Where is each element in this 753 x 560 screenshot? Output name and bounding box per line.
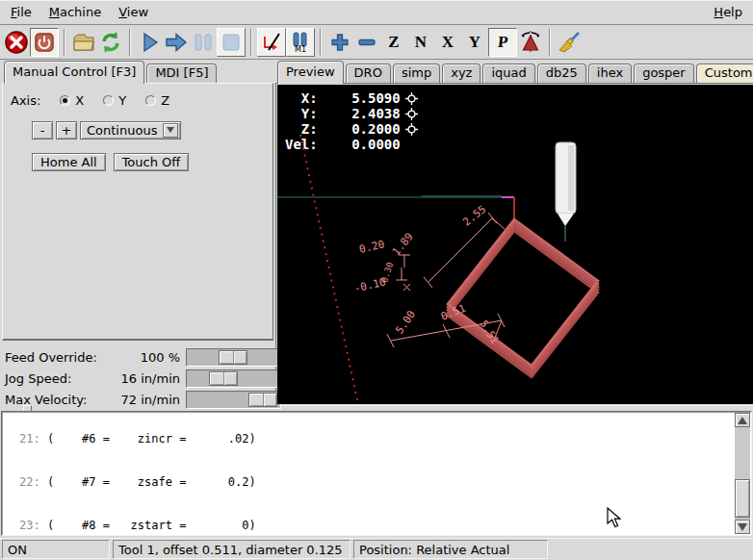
axis-row: Axis: X Y Z (11, 93, 265, 108)
feed-override-slider[interactable] (186, 348, 281, 367)
feed-override-label: Feed Override: (5, 350, 105, 365)
dro-x-value: 5.5090 (318, 90, 401, 106)
slider-handle[interactable] (209, 371, 238, 386)
skip-lines-button[interactable] (257, 28, 286, 57)
gcode-line[interactable]: 22: ( #7 = zsafe = 0.2) (19, 475, 732, 490)
mouse-cursor (607, 507, 621, 528)
feed-override-row: Feed Override: 100 % (5, 348, 273, 367)
scrollbar-thumb[interactable] (735, 479, 750, 518)
tab-iquad[interactable]: iquad (482, 64, 534, 83)
control-panel: Manual Control [F3] MDI [F5] Axis: X Y Z (0, 60, 275, 409)
estop-button[interactable] (3, 28, 30, 57)
rapid-move-line (300, 135, 358, 404)
view-z-button[interactable]: Z (380, 28, 407, 57)
optional-pause-button[interactable]: M1 (286, 28, 315, 57)
toolbar-separator (320, 29, 322, 56)
gcode-listing[interactable]: 21: ( #6 = zincr = .02) 22: ( #7 = zsafe… (1, 411, 752, 536)
jog-speed-label: Jog Speed: (5, 371, 105, 386)
axis-label: Axis: (11, 93, 40, 108)
axis-radio-y[interactable]: Y (103, 93, 126, 108)
tab-ihex[interactable]: ihex (588, 64, 632, 83)
zoom-out-icon (355, 31, 378, 54)
dro-vel-label: Vel: (285, 137, 318, 152)
preview-canvas[interactable]: 2.55 1.89 0.20 0.30 -0.10 5.00 0.51 5.51 (277, 85, 753, 404)
tab-db25[interactable]: db25 (537, 64, 586, 83)
preview-frame: 2.55 1.89 0.20 0.30 -0.10 5.00 0.51 5.51 (275, 83, 753, 406)
gcode-line[interactable]: 21: ( #6 = zincr = .02) (19, 432, 732, 446)
svg-text:0.20: 0.20 (358, 238, 386, 256)
homed-icon (405, 123, 418, 136)
jog-speed-value: 16 in/min (111, 371, 180, 386)
step-button[interactable] (163, 28, 190, 57)
home-all-button[interactable]: Home All (32, 153, 106, 171)
axis-radio-z[interactable]: Z (145, 93, 169, 108)
dro-z-row: Z: 0.2000 (285, 121, 418, 137)
step-arrow-icon (164, 31, 189, 54)
pause-icon (192, 31, 215, 54)
stop-button[interactable] (217, 28, 246, 57)
gcode-scrollbar[interactable] (735, 413, 750, 534)
menu-view[interactable]: View (110, 1, 157, 23)
view-z-icon: Z (388, 34, 399, 50)
dro-x-row: X: 5.5090 (285, 90, 418, 106)
dro-z-label: Z: (285, 121, 318, 137)
menu-machine[interactable]: Machine (40, 1, 110, 23)
reload-button[interactable] (97, 28, 124, 57)
open-file-button[interactable] (70, 28, 97, 57)
jog-speed-slider[interactable] (186, 369, 281, 388)
touch-off-button[interactable]: Touch Off (114, 153, 190, 171)
toolbar: M1 Z N X Y P (0, 25, 753, 60)
view-z-back-button[interactable]: N (407, 28, 434, 57)
jog-mode-combobox[interactable]: Continuous (80, 121, 181, 140)
scrollbar-down-arrow[interactable] (735, 520, 750, 534)
pause-button[interactable] (190, 28, 217, 57)
rotate-view-button[interactable] (517, 28, 544, 57)
tab-xyz[interactable]: xyz (442, 64, 480, 83)
toolbar-separator (250, 29, 252, 56)
tab-simp[interactable]: simp (393, 64, 440, 83)
dro-z-value: 0.2000 (318, 121, 401, 137)
folder-icon (71, 30, 96, 55)
tab-manual-control[interactable]: Manual Control [F3] (4, 61, 144, 84)
view-x-button[interactable]: X (434, 28, 461, 57)
slider-handle[interactable] (248, 393, 277, 407)
status-bar: ON Tool 1, offset 0.511, diameter 0.125 … (0, 538, 753, 560)
gcode-line[interactable]: 23: ( #8 = zstart = 0) (19, 519, 732, 533)
stop-icon (221, 32, 242, 53)
preview-tabs: Preview DRO simp xyz iquad db25 ihex gos… (275, 60, 753, 83)
dro-y-value: 2.4038 (318, 106, 401, 121)
combobox-arrow[interactable] (163, 123, 178, 138)
tab-preview[interactable]: Preview (277, 61, 344, 84)
view-perspective-icon: P (497, 34, 508, 50)
homed-icon (405, 108, 418, 120)
machine-power-icon (33, 31, 56, 54)
toolbar-separator (64, 29, 65, 56)
run-icon (138, 31, 161, 54)
skip-lines-icon (260, 31, 283, 54)
tab-dro[interactable]: DRO (346, 64, 391, 83)
scrollbar-up-arrow[interactable] (735, 413, 750, 427)
menu-file[interactable]: File (2, 1, 40, 23)
run-button[interactable] (136, 28, 163, 57)
slider-handle[interactable] (219, 350, 247, 365)
tab-custom[interactable]: Custom (696, 64, 753, 83)
tab-mdi[interactable]: MDI [F5] (146, 64, 217, 83)
max-velocity-label: Max Velocity: (5, 393, 105, 407)
svg-text:5.00: 5.00 (393, 308, 418, 336)
clear-plot-button[interactable] (556, 28, 583, 57)
menu-help[interactable]: Help (705, 1, 751, 23)
axis-radio-x[interactable]: X (60, 93, 84, 108)
zoom-out-button[interactable] (353, 28, 380, 57)
menubar: File Machine View Help (0, 0, 753, 25)
view-perspective-button[interactable]: P (488, 28, 517, 57)
zoom-in-button[interactable] (326, 28, 353, 57)
feed-override-value: 100 % (111, 350, 180, 365)
view-y-button[interactable]: Y (461, 28, 488, 57)
max-velocity-slider[interactable] (186, 391, 281, 409)
jog-plus-button[interactable]: + (56, 121, 77, 140)
tab-gosper[interactable]: gosper (634, 64, 694, 83)
radio-indicator (60, 95, 70, 106)
axis-z-label: Z (161, 93, 169, 108)
jog-minus-button[interactable]: - (32, 121, 53, 140)
machine-power-button[interactable] (30, 28, 59, 57)
